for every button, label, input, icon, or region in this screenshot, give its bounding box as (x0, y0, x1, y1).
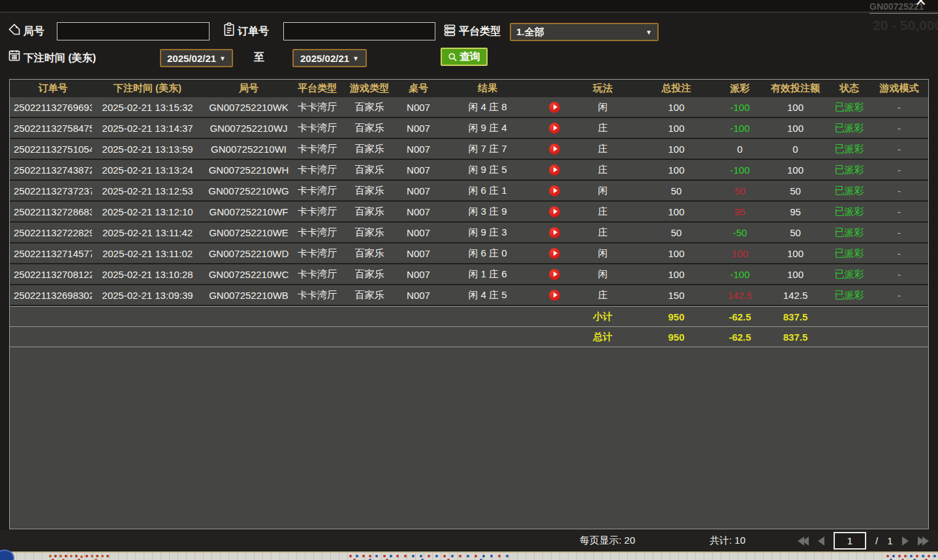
next-page-icon[interactable] (902, 537, 909, 546)
tag-icon (8, 23, 21, 36)
calendar-icon (8, 49, 21, 62)
last-page-icon[interactable] (918, 537, 929, 546)
date-to-value: 2025/02/21 (300, 53, 349, 64)
chevron-down-icon: ▼ (352, 55, 359, 62)
play-video-icon[interactable] (549, 144, 560, 155)
background-bleed-limit: 20 - 50,000 (873, 18, 938, 33)
round-no-label: 局号 (23, 25, 44, 39)
total-row: 总计950-62.5837.5 (10, 326, 928, 347)
play-video-icon[interactable] (549, 123, 560, 134)
play-video-icon[interactable] (549, 206, 560, 217)
date-from-picker[interactable]: 2025/02/21 ▼ (160, 49, 233, 67)
table-row: 2502211327510542025-02-21 13:13:59GN0072… (10, 139, 928, 160)
platform-type-select[interactable]: 1.全部 ▼ (510, 23, 659, 41)
page-size-label: 每页显示: 20 (580, 535, 635, 547)
bet-time-label: 下注时间 (美东) (23, 52, 96, 65)
column-header: 桌号 (399, 80, 438, 97)
close-icon[interactable]: ✕ (915, 0, 927, 8)
table-row: 2502211327081222025-02-21 13:10:28GN0072… (10, 264, 928, 285)
column-header: 局号 (203, 80, 294, 97)
first-page-icon[interactable] (798, 537, 809, 546)
background-game-strip (0, 552, 938, 560)
order-no-label: 订单号 (238, 25, 269, 39)
search-button-label: 查询 (460, 50, 480, 64)
previous-page-icon[interactable] (818, 537, 824, 546)
table-row: 2502211327286832025-02-21 13:12:10GN0072… (10, 202, 928, 223)
play-video-icon[interactable] (549, 227, 560, 238)
date-from-value: 2025/02/21 (167, 53, 216, 64)
background-bleed-text: GN00725221 (869, 1, 938, 14)
total-pages-label: 1 (887, 535, 892, 546)
bet-history-window: GN00725221 20 - 50,000 ✕ 局号 订单号 平台类型 1.全… (0, 0, 938, 560)
table-row: 2502211327696932025-02-21 13:15:32GN0072… (10, 97, 928, 118)
column-header: 游戏类型 (340, 80, 399, 97)
subtotal-row: 小计950-62.5837.5 (10, 306, 928, 326)
column-header: 游戏模式 (869, 80, 930, 97)
order-no-input[interactable] (283, 22, 435, 40)
table-row: 2502211327438722025-02-21 13:13:24GN0072… (10, 160, 928, 181)
round-no-input[interactable] (57, 22, 210, 40)
page-separator: / (875, 535, 878, 546)
column-header: 结果 (438, 80, 537, 97)
play-video-icon[interactable] (549, 290, 560, 301)
column-header: 派彩 (719, 80, 761, 97)
column-header: 玩法 (572, 80, 634, 97)
search-button[interactable]: 查询 (441, 48, 488, 66)
play-video-icon[interactable] (549, 248, 560, 259)
search-icon (448, 52, 458, 62)
platform-type-label: 平台类型 (459, 25, 501, 39)
table-empty-area (10, 347, 928, 529)
date-range-to-label: 至 (254, 51, 264, 65)
column-header: 下注时间 (美东) (92, 80, 203, 97)
table-row: 2502211327228292025-02-21 13:11:42GN0072… (10, 223, 928, 243)
column-header: 订单号 (10, 80, 92, 97)
play-video-icon[interactable] (549, 164, 560, 176)
column-header: 状态 (830, 80, 869, 97)
table-header-row: 订单号下注时间 (美东)局号平台类型游戏类型桌号结果玩法总投注派彩有效投注额状态… (10, 80, 928, 97)
platform-type-value: 1.全部 (516, 26, 544, 39)
table-row: 2502211327584752025-02-21 13:14:37GN0072… (10, 118, 928, 139)
bet-history-table: 订单号下注时间 (美东)局号平台类型游戏类型桌号结果玩法总投注派彩有效投注额状态… (9, 79, 929, 529)
table-row: 2502211327145772025-02-21 13:11:02GN0072… (10, 243, 928, 264)
play-video-icon[interactable] (549, 269, 560, 280)
column-header: 总投注 (634, 80, 719, 97)
chevron-down-icon: ▼ (646, 29, 652, 36)
play-video-icon[interactable] (549, 185, 560, 196)
column-header: 有效投注额 (761, 80, 830, 97)
table-row: 2502211326983022025-02-21 13:09:39GN0072… (10, 285, 928, 306)
clipboard-icon (223, 22, 236, 37)
play-video-icon[interactable] (549, 102, 560, 113)
pagination-bar: 每页显示: 20 共计: 10 1 / 1 (0, 530, 938, 552)
current-page-input[interactable]: 1 (834, 532, 866, 550)
date-to-picker[interactable]: 2025/02/21 ▼ (292, 49, 367, 67)
title-bar (0, 0, 938, 12)
column-header: 平台类型 (294, 80, 340, 97)
platform-icon (443, 23, 456, 37)
total-count-label: 共计: 10 (710, 535, 745, 547)
table-row: 2502211327372372025-02-21 13:12:53GN0072… (10, 181, 928, 202)
column-header (537, 80, 572, 97)
chevron-down-icon: ▼ (219, 55, 226, 62)
